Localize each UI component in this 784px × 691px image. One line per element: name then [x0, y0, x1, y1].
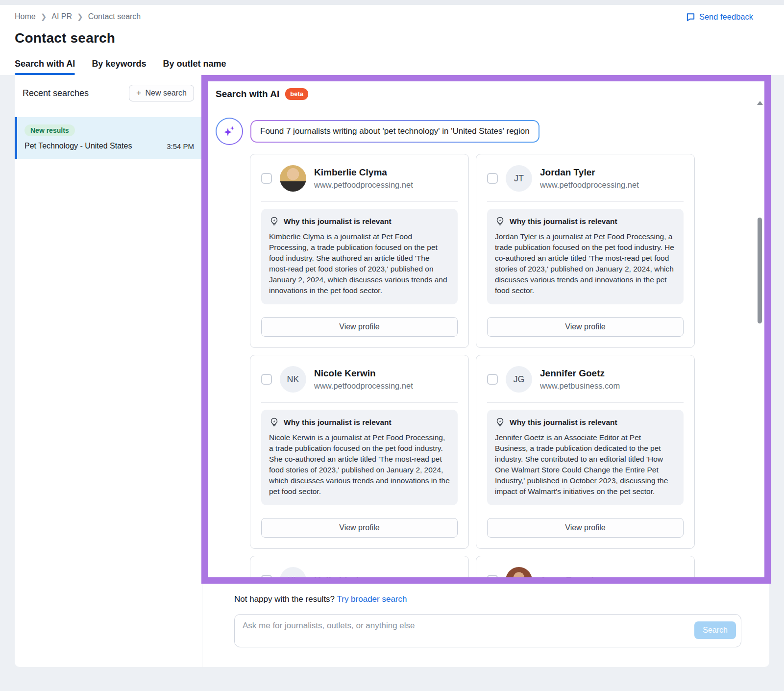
journalist-name: Jennifer Goetz	[540, 368, 620, 379]
feedback-label: Send feedback	[699, 12, 753, 22]
relevance-text: Jordan Tyler is a journalist at Pet Food…	[495, 231, 676, 296]
scrollbar[interactable]	[757, 101, 762, 574]
lightbulb-bolt-icon	[269, 417, 279, 427]
journalist-name: Kelly Lindenau	[314, 575, 380, 577]
divider	[487, 402, 684, 403]
select-journalist-checkbox[interactable]	[261, 374, 272, 385]
breadcrumb-contact-search[interactable]: Contact search	[88, 12, 141, 21]
journalist-avatar-initials: KL	[280, 567, 306, 577]
divider	[261, 402, 458, 403]
breadcrumb: Home ❯ AI PR ❯ Contact search	[15, 12, 141, 21]
recent-search-title: Pet Technology - United States	[24, 142, 132, 150]
plus-icon: +	[136, 89, 142, 98]
journalist-outlet-url: www.petfoodprocessing.net	[314, 180, 413, 190]
send-feedback-link[interactable]: Send feedback	[686, 12, 753, 22]
ai-message-text: Found 7 journalists writing about 'pet t…	[251, 121, 539, 142]
journalist-card: NK Nicole Kerwin www.petfoodprocessing.n…	[250, 355, 469, 549]
tab-by-outlet-name[interactable]: By outlet name	[163, 59, 226, 75]
lightbulb-bolt-icon	[495, 216, 505, 226]
relevance-text: Jennifer Goetz is an Associate Editor at…	[495, 432, 676, 497]
highlight-outline: Search with AI beta	[201, 75, 771, 584]
journalist-outlet-url: www.petfoodprocessing.net	[540, 180, 639, 190]
journalist-avatar-photo	[506, 567, 532, 577]
lightbulb-bolt-icon	[495, 417, 505, 427]
tab-search-with-ai[interactable]: Search with AI	[15, 59, 75, 75]
scroll-up-arrow-icon[interactable]	[757, 101, 763, 105]
journalist-outlet-url: www.petfoodprocessing.net	[314, 381, 413, 391]
journalist-avatar-initials: JG	[506, 366, 532, 393]
recent-searches-heading: Recent searches	[23, 88, 89, 99]
journalist-cards-grid: Kimberlie Clyma www.petfoodprocessing.ne…	[250, 154, 695, 577]
journalist-outlet-url: www.petbusiness.com	[540, 381, 620, 391]
journalist-name: Nicole Kerwin	[314, 368, 413, 379]
search-button[interactable]: Search	[694, 621, 736, 639]
recent-search-item[interactable]: New results Pet Technology - United Stat…	[15, 117, 202, 159]
journalist-name: Anne Francis	[540, 575, 599, 577]
journalist-card: JG Jennifer Goetz www.petbusiness.com	[476, 355, 695, 549]
select-journalist-checkbox[interactable]	[487, 374, 498, 385]
relevance-heading: Why this journalist is relevant	[284, 217, 392, 226]
search-results-panel: Search with AI beta	[202, 75, 769, 667]
new-search-label: New search	[146, 89, 187, 98]
relevance-heading: Why this journalist is relevant	[284, 418, 392, 427]
chevron-right-icon: ❯	[41, 12, 47, 21]
new-results-badge: New results	[24, 124, 75, 136]
ai-message-bubble: Found 7 journalists writing about 'pet t…	[250, 120, 539, 143]
journalist-avatar-photo	[280, 165, 306, 192]
recent-searches-sidebar: Recent searches + New search New results…	[15, 75, 202, 667]
not-happy-text: Not happy with the results?	[234, 594, 335, 604]
relevance-box: Why this journalist is relevant Jordan T…	[487, 209, 684, 304]
select-journalist-checkbox[interactable]	[487, 173, 498, 184]
sparkles-icon	[222, 124, 237, 139]
chevron-right-icon: ❯	[77, 12, 83, 21]
new-search-button[interactable]: + New search	[129, 85, 194, 101]
select-journalist-checkbox[interactable]	[261, 173, 272, 184]
try-broader-search-link[interactable]: Try broader search	[337, 594, 407, 604]
journalist-card: JT Jordan Tyler www.petfoodprocessing.ne…	[476, 154, 695, 348]
panel-title: Search with AI	[216, 89, 279, 99]
recent-search-time: 3:54 PM	[167, 142, 194, 150]
breadcrumb-ai-pr[interactable]: AI PR	[51, 12, 72, 21]
beta-badge: beta	[285, 88, 308, 100]
ai-search-input[interactable]: Ask me for journalists, outlets, or anyt…	[234, 614, 741, 647]
page-title: Contact search	[15, 30, 769, 46]
relevance-heading: Why this journalist is relevant	[510, 418, 617, 427]
view-profile-button[interactable]: View profile	[261, 518, 458, 538]
tab-by-keywords[interactable]: By keywords	[92, 59, 146, 75]
relevance-text: Kimberlie Clyma is a journalist at Pet F…	[269, 231, 450, 296]
view-profile-button[interactable]: View profile	[487, 317, 684, 337]
view-profile-button[interactable]: View profile	[261, 317, 458, 337]
journalist-avatar-initials: JT	[506, 165, 532, 192]
search-input-placeholder: Ask me for journalists, outlets, or anyt…	[243, 621, 415, 631]
journalist-name: Jordan Tyler	[540, 167, 639, 178]
select-journalist-checkbox[interactable]	[487, 575, 498, 577]
journalist-card: Kimberlie Clyma www.petfoodprocessing.ne…	[250, 154, 469, 348]
relevance-text: Nicole Kerwin is a journalist at Pet Foo…	[269, 432, 450, 497]
ai-assistant-avatar	[216, 118, 243, 145]
select-journalist-checkbox[interactable]	[261, 575, 272, 577]
feedback-bubble-icon	[686, 12, 695, 22]
relevance-box: Why this journalist is relevant Nicole K…	[261, 410, 458, 505]
journalist-name: Kimberlie Clyma	[314, 167, 413, 178]
breadcrumb-home[interactable]: Home	[15, 12, 36, 21]
lightbulb-bolt-icon	[269, 216, 279, 226]
journalist-card: Anne Francis	[476, 556, 695, 577]
content-area: Recent searches + New search New results…	[15, 75, 769, 667]
divider	[261, 201, 458, 202]
relevance-box: Why this journalist is relevant Kimberli…	[261, 209, 458, 304]
relevance-heading: Why this journalist is relevant	[510, 217, 617, 226]
journalist-card: KL Kelly Lindenau	[250, 556, 469, 577]
tabs: Search with AI By keywords By outlet nam…	[15, 59, 769, 75]
view-profile-button[interactable]: View profile	[487, 518, 684, 538]
page-header: Home ❯ AI PR ❯ Contact search Send feedb…	[0, 5, 784, 75]
journalist-avatar-initials: NK	[280, 366, 306, 393]
scrollbar-thumb[interactable]	[758, 218, 762, 323]
relevance-box: Why this journalist is relevant Jennifer…	[487, 410, 684, 505]
top-strip	[0, 0, 784, 5]
divider	[487, 201, 684, 202]
search-footer: Not happy with the results? Try broader …	[234, 594, 741, 647]
